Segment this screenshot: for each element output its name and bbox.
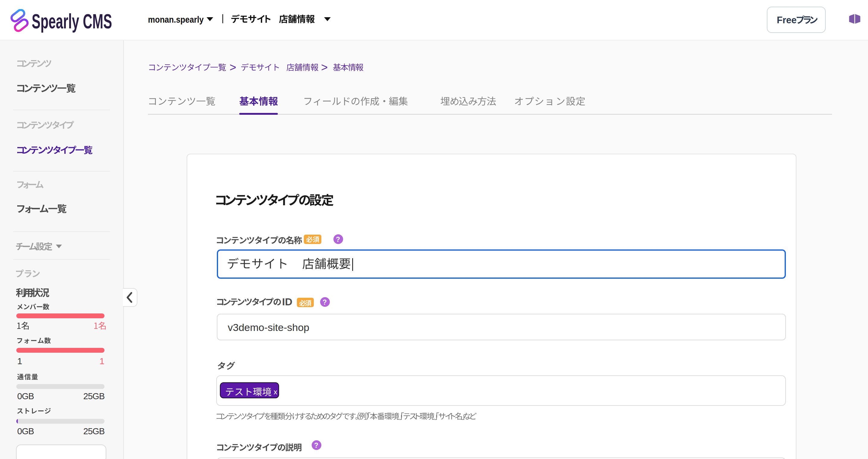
svg-text:Spearly CMS: Spearly CMS: [32, 10, 112, 33]
